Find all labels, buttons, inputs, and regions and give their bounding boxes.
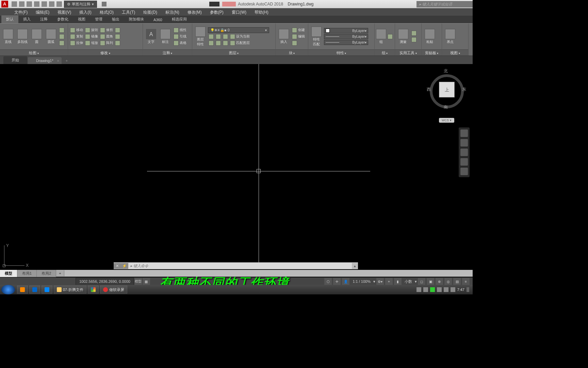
viewcube-east[interactable]: 东 — [462, 87, 466, 92]
sb-hw-icon[interactable]: ◎ — [444, 278, 452, 285]
print-icon[interactable] — [42, 1, 47, 7]
menu-tools[interactable]: 工具(T) — [118, 8, 139, 16]
app-icon[interactable] — [1, 1, 8, 7]
layer-sm-3[interactable] — [222, 34, 229, 40]
viewcube-west[interactable]: 西 — [427, 87, 431, 92]
layer-sm-4[interactable] — [208, 40, 214, 46]
util-sm-2[interactable] — [411, 37, 417, 43]
match-layer-button[interactable]: 匹配图层 — [229, 40, 250, 46]
sb-gear-icon[interactable]: ⚙▾ — [376, 278, 384, 285]
add-layout-button[interactable]: + — [56, 270, 64, 276]
tray-speaker-icon[interactable] — [444, 287, 448, 292]
linear-button[interactable]: 线性 — [173, 27, 187, 33]
sb-iso-icon[interactable]: ▤ — [453, 278, 461, 285]
panel-utilities-label[interactable]: 实用工具 — [395, 49, 421, 56]
layer-sm-2[interactable] — [215, 34, 222, 40]
redo-icon[interactable] — [56, 1, 62, 7]
polyline-button[interactable]: 多段线 — [16, 24, 29, 49]
arc-button[interactable]: 圆弧 — [44, 24, 58, 49]
full-nav-wheel-icon[interactable] — [460, 129, 468, 137]
layer-sm-5[interactable] — [215, 40, 222, 46]
modify-extra-2[interactable] — [114, 34, 121, 40]
new-icon[interactable] — [12, 1, 17, 7]
lineweight-dropdown[interactable]: ByLayer ▾ — [324, 34, 368, 39]
ribbontab-addons[interactable]: 附加模块 — [124, 15, 149, 23]
copy-button[interactable]: 复制 — [69, 34, 84, 40]
stretch-button[interactable]: 拉伸 — [69, 40, 84, 46]
pan-icon[interactable] — [460, 139, 468, 147]
taskbar-pinned-2[interactable] — [29, 286, 40, 294]
make-current-button[interactable]: 设为当前 — [229, 34, 250, 40]
saveas-icon[interactable] — [34, 1, 39, 7]
viewcube[interactable]: 上 北 南 东 西 WCS ▾ — [428, 67, 466, 115]
sb-isoplane-icon[interactable]: ⬡ — [324, 278, 332, 285]
drawing-canvas[interactable] — [0, 64, 473, 269]
ribbontab-featured[interactable]: 精选应用 — [167, 15, 192, 23]
cmdline-customize-icon[interactable]: ⚡ — [121, 263, 128, 269]
taskbar-folder[interactable]: 07-折腾文件 — [54, 286, 86, 294]
zoom-extents-icon[interactable] — [460, 149, 468, 156]
panel-annotation-label[interactable]: 注释 — [143, 49, 192, 56]
units-readout[interactable]: 小数 — [403, 279, 414, 284]
sb-quick-icon[interactable]: ◻ — [418, 278, 425, 285]
tab-drawing1[interactable]: Drawing1*✕ — [28, 57, 62, 64]
panel-layer-label[interactable]: 图层 — [192, 49, 275, 56]
tab-model[interactable]: 模型 — [0, 270, 17, 277]
layer-sm-6[interactable] — [222, 40, 229, 46]
panel-clipboard-label[interactable]: 剪贴板 — [422, 49, 442, 56]
tray-icon-2[interactable] — [423, 287, 428, 292]
linetype-dropdown[interactable]: ByLayer ▾ — [324, 40, 368, 45]
tray-clock[interactable]: 7:47 — [457, 288, 464, 292]
block-sm-3[interactable] — [291, 40, 306, 46]
tab-start[interactable]: 开始 — [3, 56, 27, 64]
basepoint-button[interactable]: 基点 — [443, 24, 457, 49]
tray-icon-4[interactable] — [437, 287, 442, 292]
cmdline-history-icon[interactable]: ▴ — [352, 263, 358, 269]
scale-button[interactable]: 缩放 — [84, 40, 99, 46]
fillet-button[interactable]: 圆角 — [99, 34, 114, 40]
tray-icon-3[interactable] — [430, 287, 435, 292]
sb-model-button[interactable]: 模型 — [134, 278, 142, 285]
showmotion-icon[interactable] — [460, 168, 468, 175]
modify-extra-3[interactable] — [114, 40, 121, 46]
sb-layout-icon[interactable]: ▣ — [427, 278, 434, 285]
layer-sm-1[interactable] — [208, 34, 214, 40]
util-sm-1[interactable] — [411, 30, 417, 36]
start-button[interactable] — [1, 285, 15, 294]
menu-dimension[interactable]: 标注(N) — [161, 8, 183, 16]
panel-properties-label[interactable]: 特性 — [308, 49, 374, 56]
ribbontab-output[interactable]: 输出 — [107, 15, 124, 23]
menu-edit[interactable]: 编辑(E) — [32, 8, 53, 16]
orbit-icon[interactable] — [460, 158, 468, 166]
viewcube-south[interactable]: 南 — [444, 104, 448, 110]
ribbontab-view[interactable]: 视图 — [73, 15, 90, 23]
taskbar-chrome[interactable] — [88, 286, 99, 294]
sb-units-icon[interactable]: ▮ — [394, 278, 402, 285]
sb-constraint-icon[interactable]: 👤 — [342, 278, 349, 285]
undo-icon[interactable] — [49, 1, 54, 7]
sb-anno-icon[interactable]: ⊕ — [436, 278, 443, 285]
workspace-dropdown[interactable]: ⚙ 草图与注释 ▾ — [64, 1, 97, 8]
ribbontab-default[interactable]: 默认 — [1, 15, 18, 23]
match-properties-button[interactable]: 特性 匹配 — [310, 24, 323, 49]
menu-modify[interactable]: 修改(M) — [183, 8, 206, 16]
coordinates-display[interactable]: 1002.5656, 2836.2690, 0.0000 — [76, 278, 134, 285]
tab-layout2[interactable]: 布局2 — [37, 270, 56, 277]
text-button[interactable]: A文字 — [144, 24, 158, 49]
menu-help[interactable]: 帮助(H) — [250, 8, 273, 16]
draw-small-3[interactable] — [59, 40, 65, 46]
open-icon[interactable] — [19, 1, 24, 7]
viewcube-top-face[interactable]: 上 — [439, 82, 455, 97]
new-tab-button[interactable]: + — [62, 57, 71, 64]
share-icon[interactable] — [102, 2, 107, 6]
taskbar-recorder[interactable]: 做软录屏 — [100, 286, 127, 294]
measure-button[interactable]: 测量 — [396, 24, 410, 49]
sb-autosnap-icon[interactable]: ✛ — [333, 278, 341, 285]
line-button[interactable]: 直线 — [1, 24, 15, 49]
zoom-readout[interactable]: 1:1 / 100% — [350, 279, 373, 283]
menu-view[interactable]: 视图(V) — [53, 8, 75, 16]
tray-flag-icon[interactable] — [451, 287, 455, 292]
layer-dropdown[interactable]: 💡❄☀🔒■ 0▾ — [208, 27, 269, 33]
menu-insert[interactable]: 插入(I) — [75, 8, 95, 16]
menu-draw[interactable]: 绘图(D) — [139, 8, 161, 16]
